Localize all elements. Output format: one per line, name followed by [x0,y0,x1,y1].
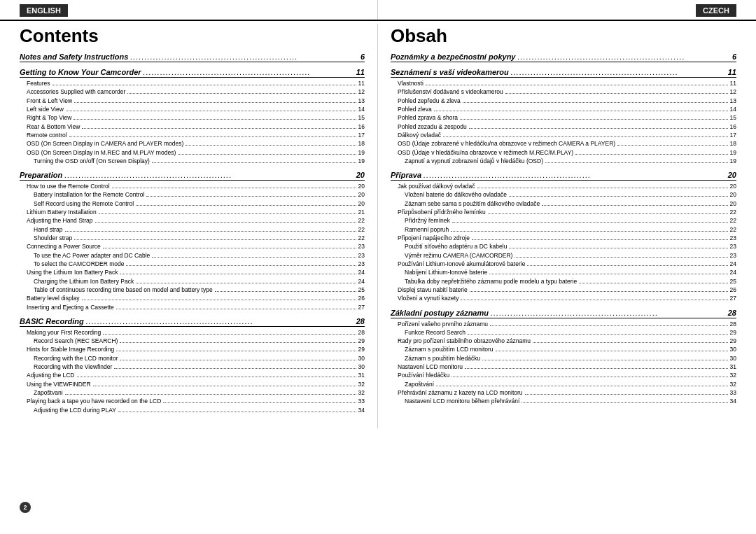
toc-dots [82,128,356,129]
toc-entry-label: Self Record using the Remote Control [34,199,134,208]
toc-entry-num: 24 [358,277,365,286]
toc-dots [575,154,727,155]
section-header-notes: Notes and Safety Instructions ..........… [20,52,365,62]
section-label: BASIC Recording [20,317,84,325]
toc-entry: Right & Top View15 [20,113,365,122]
toc-entry-label: Připojení napájecího zdroje [398,234,470,242]
toc-entry-num: 22 [358,225,365,234]
toc-dots [163,402,356,403]
toc-entry-label: Používání Lithium-Ionové akumulátorové b… [398,260,525,268]
right-title: Obsah [391,25,736,47]
toc-entry-num: 21 [358,208,365,216]
toc-entry-num: 28 [358,328,365,337]
toc-entry-label: Tabulka doby nepřetržitého záznamu podle… [405,277,577,286]
toc-dots [114,368,356,369]
section-dots: ........................................… [144,68,354,76]
toc-entry: Ramenní popruh22 [391,225,736,234]
toc-entry: Adjusting the LCD during PLAY34 [20,406,365,414]
page-marker-container: 2 [20,499,34,513]
toc-entry: To use the AC Power adapter and DC Cable… [20,251,365,260]
right-toc: Poznámky a bezpečnostní pokyny .........… [391,52,736,406]
toc-entry-num: 20 [730,190,736,199]
toc-entry: Rear & Bottom View16 [20,122,365,131]
section-page-num: 11 [356,68,365,76]
toc-entry-num: 20 [358,199,365,208]
toc-entry: To select the CAMCORDER mode23 [20,260,365,268]
section-page-num: 6 [360,52,365,61]
toc-entry: Záznam s použitím hledáčku30 [391,354,736,363]
toc-entry: Pořízení vašeho prvního záznamu28 [391,320,736,328]
toc-dots [152,162,356,163]
toc-entry-num: 19 [730,148,736,157]
toc-entry-label: Záznam s použitím LCD monitoru [405,345,493,353]
toc-entry-num: 19 [358,148,365,157]
section-label: Notes and Safety Instructions [20,52,128,61]
toc-entry-num: 28 [730,320,736,328]
section-header-basic: BASIC Recording ........................… [20,317,365,327]
toc-entry: Zapoštvání32 [391,380,736,388]
section-page-num: 20 [728,171,736,179]
toc-entry-label: Vložení a vynutí kazety [398,294,458,302]
section-dots: ........................................… [511,68,726,76]
toc-entry-label: Nastavení LCD monitoru během přehrávání [405,397,519,405]
toc-entry-num: 20 [358,190,365,199]
toc-entry: Making your First Recording28 [20,328,365,337]
section-label: Preparation [20,171,62,179]
toc-entry-num: 18 [730,139,736,148]
toc-entry-label: Pohled zleva [398,105,432,113]
toc-dots [468,334,728,335]
toc-entry-label: Rear & Bottom View [27,122,80,131]
toc-dots [136,205,356,206]
toc-entry-label: Charging the Lithium Ion Battery Pack [34,277,134,286]
toc-entry-label: Zapoštvani [34,388,63,397]
toc-entry-label: Adjusting the LCD during PLAY [34,406,116,414]
toc-entry: Tabulka doby nepřetržitého záznamu podle… [391,277,736,286]
toc-entry-label: Recording with the LCD monitor [34,354,118,363]
toc-dots [542,205,727,206]
toc-entry-num: 22 [358,234,365,242]
toc-entry-label: Record Search (REC SEARCH) [34,337,118,345]
toc-entry-label: OSD (On Screen Display in M.REC and M.PL… [27,148,176,157]
toc-entry: Nabíjení Lithium-Ionové baterie24 [391,268,736,276]
toc-dots [522,402,727,403]
toc-dots [99,213,356,214]
toc-entry: Vložení a vynutí kazety27 [391,294,736,302]
toc-entry-num: 20 [730,182,736,190]
toc-entry-label: Používání hledáčku [398,371,449,379]
toc-dots [465,368,727,369]
toc-entry: Recording with the Viewfinder30 [20,363,365,371]
toc-entry-num: 32 [358,380,365,388]
toc-dots [65,394,356,395]
toc-entry: Using the Lithium Ion Battery Pack24 [20,268,365,276]
toc-entry-num: 13 [358,97,365,105]
toc-entry-label: Záznam sebe sama s použitím dálkového ov… [405,199,540,208]
toc-entry-label: OSD (On Screen Display in CAMERA and PLA… [27,139,183,148]
toc-entry: Vložení baterie do dálkového ovladače20 [391,190,736,199]
toc-entry-num: 25 [358,286,365,294]
toc-entry-label: Accessories Supplied with camcorder [27,87,125,96]
toc-entry-num: 22 [730,225,736,234]
toc-entry: Dálkový ovladač17 [391,131,736,139]
toc-entry-num: 30 [358,354,365,363]
toc-dots [545,162,728,163]
toc-entry-num: 26 [730,286,736,294]
toc-entry-label: Zapoštvání [405,380,434,388]
toc-entry-num: 29 [730,337,736,345]
toc-entry-num: 17 [358,131,365,139]
toc-dots [533,342,728,343]
toc-entry-label: Battery Installation for the Remote Cont… [34,190,144,199]
toc-entry-label: Vložení baterie do dálkového ovladače [405,190,507,199]
section-dots: ........................................… [424,171,726,179]
toc-entry-label: Displej stavu nabití baterie [398,286,468,294]
toc-dots [525,394,728,395]
toc-entry-num: 24 [358,268,365,276]
toc-dots [74,119,356,120]
toc-entry-label: Nastavení LCD monitoru [398,363,463,371]
toc-entry-num: 14 [730,105,736,113]
toc-entry: Charging the Lithium Ion Battery Pack24 [20,277,365,286]
section-header-poznamky: Poznámky a bezpečnostní pokyny .........… [391,52,736,62]
toc-dots [120,274,356,274]
toc-entry-label: Rady pro pořízení stabilního obrazového … [398,337,531,345]
toc-entry-num: 32 [358,388,365,397]
toc-dots [490,325,728,326]
